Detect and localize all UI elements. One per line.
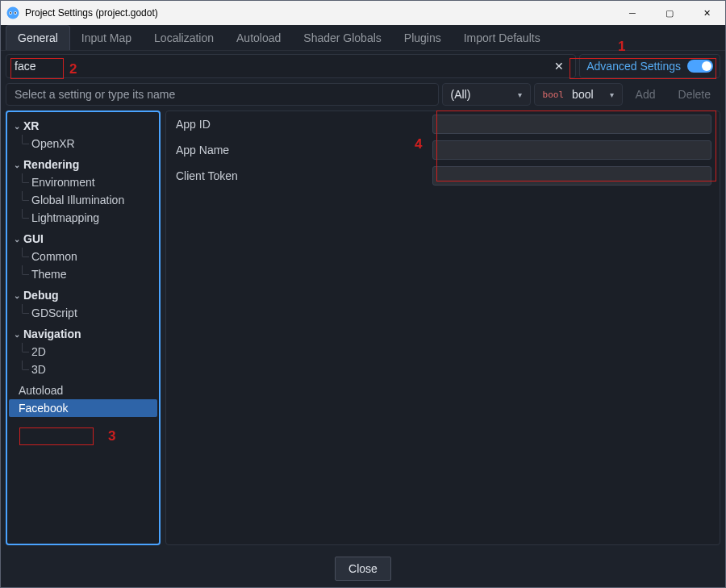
chevron-down-icon: ▾	[610, 90, 614, 99]
tree-item-theme[interactable]: Theme	[9, 265, 157, 283]
godot-icon	[6, 6, 20, 20]
settings-tree[interactable]: ⌄XROpenXR⌄RenderingEnvironmentGlobal Ill…	[6, 111, 161, 545]
advanced-settings-label: Advanced Settings	[586, 60, 681, 73]
tree-group-rendering[interactable]: ⌄Rendering	[9, 156, 157, 173]
svg-point-0	[7, 7, 19, 19]
property-row-app-name: App Name	[166, 137, 720, 163]
setting-name-placeholder: Select a setting or type its name	[15, 88, 175, 101]
tab-import-defaults[interactable]: Import Defaults	[453, 26, 552, 50]
section-dropdown[interactable]: (All) ▾	[442, 83, 531, 106]
tree-item-openxr[interactable]: OpenXR	[9, 135, 157, 152]
delete-button[interactable]: Delete	[669, 83, 720, 106]
tree-item-common[interactable]: Common	[9, 248, 157, 265]
tab-general[interactable]: General	[6, 25, 70, 50]
property-row-client-token: Client Token	[166, 163, 720, 189]
chevron-down-icon: ▾	[518, 90, 522, 99]
window-title: Project Settings (project.godot)	[25, 7, 158, 19]
minimize-button[interactable]: ─	[614, 1, 651, 25]
property-label: App ID	[166, 118, 432, 131]
tree-group-debug[interactable]: ⌄Debug	[9, 286, 157, 304]
property-label: Client Token	[166, 169, 432, 182]
tab-strip: GeneralInput MapLocalizationAutoloadShad…	[1, 25, 725, 51]
bool-icon: bool	[543, 90, 565, 100]
maximize-button[interactable]: ▢	[651, 1, 688, 25]
tree-item-gdscript[interactable]: GDScript	[9, 304, 157, 322]
tab-plugins[interactable]: Plugins	[393, 26, 453, 50]
tab-shader-globals[interactable]: Shader Globals	[292, 26, 393, 50]
filter-value: face	[15, 60, 35, 73]
tree-item-facebook[interactable]: Facebook	[9, 399, 157, 417]
property-input[interactable]	[432, 140, 711, 160]
tree-item-lightmapping[interactable]: Lightmapping	[9, 209, 157, 227]
add-button[interactable]: Add	[626, 83, 666, 106]
tab-autoload[interactable]: Autoload	[225, 26, 292, 50]
tree-item-2d[interactable]: 2D	[9, 343, 157, 361]
titlebar: Project Settings (project.godot) ─ ▢ ✕	[1, 1, 725, 25]
type-dropdown[interactable]: bool bool ▾	[534, 83, 623, 106]
tree-item-autoload[interactable]: Autoload	[9, 382, 157, 399]
svg-point-3	[10, 12, 11, 14]
property-input[interactable]	[432, 166, 711, 186]
property-row-app-id: App ID	[166, 111, 720, 137]
close-window-button[interactable]: ✕	[688, 1, 725, 25]
tree-item-environment[interactable]: Environment	[9, 173, 157, 191]
tree-item-global-illumination[interactable]: Global Illumination	[9, 191, 157, 209]
property-label: App Name	[166, 144, 432, 156]
tree-group-gui[interactable]: ⌄GUI	[9, 230, 157, 248]
tree-item-3d[interactable]: 3D	[9, 361, 157, 378]
close-button[interactable]: Close	[335, 557, 391, 581]
svg-point-4	[15, 12, 16, 14]
tab-input-map[interactable]: Input Map	[70, 26, 143, 50]
advanced-settings-toggle[interactable]: Advanced Settings	[579, 54, 720, 78]
tab-localization[interactable]: Localization	[143, 26, 225, 50]
inspector: App IDApp NameClient Token	[165, 111, 720, 545]
filter-input[interactable]: face ✕	[6, 54, 576, 78]
setting-name-input[interactable]: Select a setting or type its name	[6, 83, 439, 106]
clear-filter-icon[interactable]: ✕	[551, 60, 567, 73]
tree-group-xr[interactable]: ⌄XR	[9, 117, 157, 135]
property-input[interactable]	[432, 115, 711, 134]
toggle-icon	[687, 60, 713, 73]
tree-group-navigation[interactable]: ⌄Navigation	[9, 325, 157, 343]
